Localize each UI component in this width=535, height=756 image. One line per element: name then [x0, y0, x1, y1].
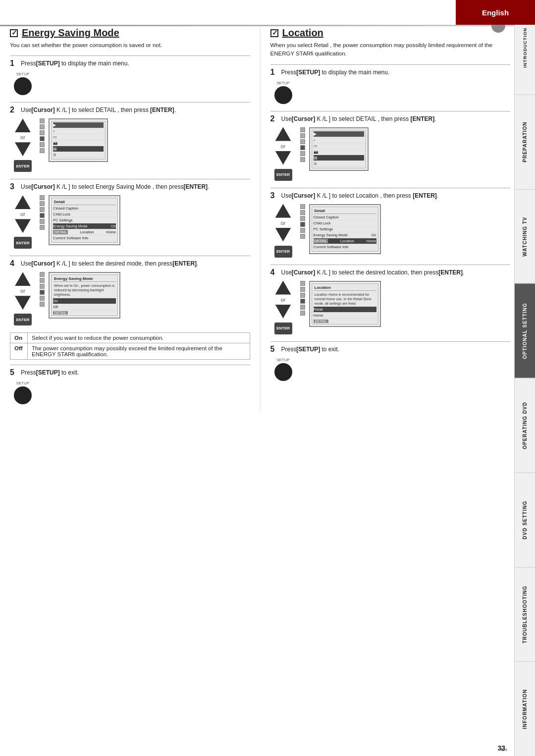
or-row-4: or [20, 288, 25, 294]
loc-step5-header: 5 Press[SETUP] to exit. [270, 341, 511, 354]
sidebar-optional: OPTIONAL SETTING [515, 283, 535, 378]
loc-step4-header: 4 Use[Cursor] K /L ] to select the desir… [270, 265, 511, 277]
loc-step5-text: Press[SETUP] to exit. [281, 345, 339, 354]
sidebar-dvdset: DVD SETTING [515, 473, 535, 567]
cursor-remote-3: or ENTER [14, 195, 32, 249]
step1-text: Press[SETUP] to display the main menu. [21, 59, 129, 68]
loc-enter-btn-2: ENTER [274, 169, 292, 181]
step2-visual: or ENTER [10, 118, 250, 172]
loc-cursor-down-3 [275, 228, 291, 242]
cursor-remote-2: or ENTER [14, 118, 32, 172]
loc-step3-header: 3 Use[Cursor] K /L ] to select Location … [270, 188, 511, 200]
energy-step-4: 4 Use[Cursor] K /L ] to select the desir… [10, 256, 250, 325]
loc-step3-text: Use[Cursor] K /L ] to select Location , … [281, 191, 439, 200]
loc-cursor-remote-2: or ENTER [274, 127, 292, 181]
loc-step1-visual: SETUP [270, 81, 511, 104]
sidebar-watch: WATCHING TV [515, 189, 535, 284]
location-step-1: 1 Press[SETUP] to display the main menu.… [270, 64, 511, 104]
loc-screen-container-3: Detail Closed Caption Child Lock PC Sett… [300, 204, 381, 254]
step2-header: 2 Use[Cursor] K /L ] to select DETAIL , … [10, 102, 250, 114]
loc-step4-visual: or ENTER [270, 281, 511, 334]
setup-btn-area-1: SETUP [14, 72, 32, 95]
loc-cursor-up-3 [275, 204, 291, 218]
loc-step1-text: Press[SETUP] to display the main menu. [281, 68, 390, 77]
step2-text: Use[Cursor] K /L ] to select DETAIL , th… [21, 106, 176, 114]
step3-header: 3 Use[Cursor] K /L ] to select Energy Sa… [10, 179, 250, 191]
setup-button-5 [14, 386, 32, 404]
option-on-desc: Select if you want to reduce the power c… [28, 333, 250, 343]
energy-step-5: 5 Press[SETUP] to exit. SETUP [10, 365, 250, 404]
enter-btn-4: ENTER [14, 314, 32, 325]
location-step-2: 2 Use[Cursor] K /L ] to select DETAIL , … [270, 111, 511, 181]
cursor-remote-4: or ENTER [14, 272, 32, 325]
loc-setup-button-1 [274, 86, 292, 104]
loc-cursor-down-2 [275, 151, 291, 165]
cursor-down-4 [15, 296, 31, 310]
or-row-3: or [20, 211, 25, 217]
option-off-desc: The power consumption may possibly excee… [28, 343, 250, 360]
language-tab: English [456, 0, 535, 25]
tv-icon-list-4 [40, 272, 45, 318]
step4-visual: or ENTER [10, 272, 250, 325]
cursor-down-3 [15, 219, 31, 233]
location-step-5: 5 Press[SETUP] to exit. SETUP [270, 341, 511, 381]
loc-cursor-remote-3: or ENTER [274, 204, 292, 258]
sidebar-prep: PREPARATION [515, 95, 535, 189]
energy-step-2: 2 Use[Cursor] K /L ] to select DETAIL , … [10, 102, 250, 172]
cursor-up-2 [15, 118, 31, 132]
option-table: On Select if you want to reduce the powe… [10, 332, 250, 360]
screen-container-4: Energy Saving Mode When set to On , powe… [40, 272, 120, 318]
enter-btn-3: ENTER [14, 237, 32, 249]
loc-cursor-up-2 [275, 127, 291, 141]
energy-saving-title: Energy Saving Mode [10, 27, 250, 39]
tv-screen-4: Energy Saving Mode When set to On , powe… [49, 272, 120, 318]
location-section: Location When you select Retail , the po… [261, 27, 511, 411]
loc-tv-screen-4: Location Location Home is recommended fo… [309, 281, 381, 327]
checkbox-icon-loc [270, 29, 278, 37]
step3-visual: or ENTER [10, 195, 250, 249]
energy-saving-section: Energy Saving Mode You can set whether t… [10, 27, 261, 411]
sidebar-info: INFORMATION [515, 661, 535, 756]
loc-or-row-3: or [281, 220, 286, 226]
loc-cursor-up-4 [275, 281, 291, 295]
location-step-3: 3 Use[Cursor] K /L ] to select Location … [270, 188, 511, 258]
energy-saving-desc: You can set whether the power consumptio… [10, 41, 250, 50]
enter-btn-2: ENTER [14, 160, 32, 172]
loc-tv-icon-list-3 [300, 204, 305, 254]
loc-step3-visual: or ENTER [270, 204, 511, 258]
sidebar-opdvd: OPERATING DVD [515, 378, 535, 473]
energy-step-1: 1 Press[SETUP] to display the main menu.… [10, 55, 250, 95]
loc-step1-header: 1 Press[SETUP] to display the main menu. [270, 64, 511, 77]
cursor-up-4 [15, 272, 31, 286]
loc-screen-container-2: ▶ ♪ ▭ 📷 ▤ ⊙ [300, 127, 369, 171]
sidebar-right: INTRODUCTION PREPARATION WATCHING TV OPT… [514, 0, 535, 756]
or-row-2: or [20, 134, 25, 140]
loc-or-row-2: or [281, 143, 286, 149]
cursor-down-2 [15, 142, 31, 156]
step5-visual: SETUP [10, 381, 250, 404]
tv-screen-3: Detail Closed Caption Child Lock PC Sett… [49, 195, 120, 245]
step5-header: 5 Press[SETUP] to exit. [10, 365, 250, 377]
tv-icon-list-3 [40, 195, 45, 245]
loc-setup-btn-area-1: SETUP [274, 81, 292, 104]
loc-cursor-remote-4: or ENTER [274, 281, 292, 334]
loc-enter-btn-3: ENTER [274, 246, 292, 258]
loc-setup-btn-area-5: SETUP [274, 358, 292, 381]
loc-tv-icon-list-2 [300, 127, 305, 171]
loc-enter-btn-4: ENTER [274, 323, 292, 334]
loc-or-row-4: or [281, 297, 286, 303]
energy-step-3: 3 Use[Cursor] K /L ] to select Energy Sa… [10, 179, 250, 249]
location-desc: When you select Retail , the power consu… [270, 41, 511, 58]
sidebar-trouble: TROUBLESHOOTING [515, 567, 535, 662]
screen-container-3: Detail Closed Caption Child Lock PC Sett… [40, 195, 120, 245]
page-en-label: EN [501, 747, 507, 752]
step4-text: Use[Cursor] K /L ] to select the desired… [21, 259, 198, 268]
screen-container-2: ▶ ♪ ▭ 📷 ▤ ⊙ [40, 118, 108, 162]
loc-step5-visual: SETUP [270, 358, 511, 381]
step1-visual: SETUP [10, 72, 250, 95]
loc-tv-icon-list-4 [300, 281, 305, 327]
option-off-label: Off [10, 343, 28, 360]
top-divider [0, 25, 514, 26]
step1-header: 1 Press[SETUP] to display the main menu. [10, 55, 250, 68]
loc-tv-screen-2: ▶ ♪ ▭ 📷 ▤ ⊙ [309, 127, 369, 171]
